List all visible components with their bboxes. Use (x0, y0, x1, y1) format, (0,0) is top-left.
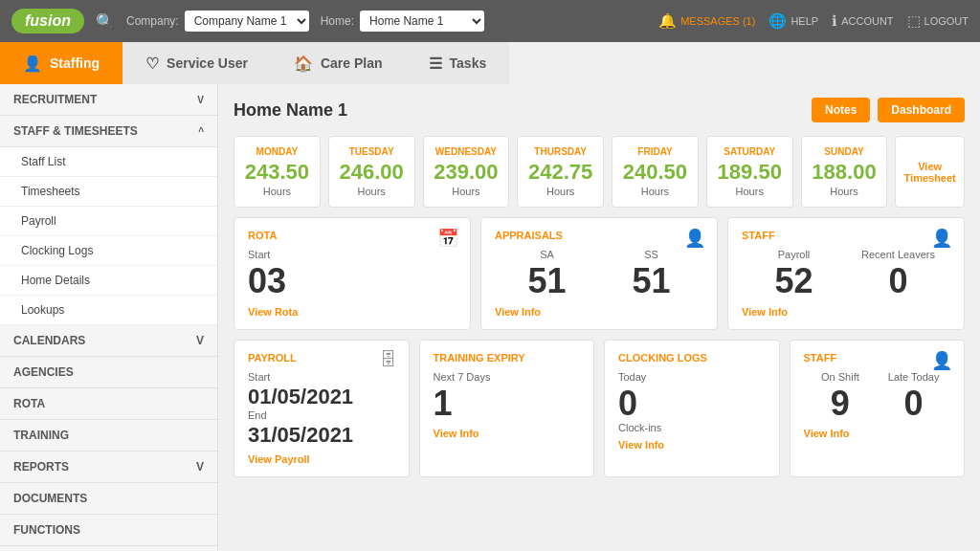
day-wednesday: WEDNESDAY 239.00 Hours (423, 136, 510, 208)
recruitment-arrow: v (197, 95, 204, 105)
staff1-icon: 👤 (931, 228, 952, 249)
staff1-leavers-label: Recent Leavers (846, 249, 950, 260)
tab-staffing[interactable]: 👤 Staffing (0, 42, 122, 84)
sidebar-item-lookups[interactable]: Lookups (0, 296, 217, 325)
clocking-logs-value: 0 (618, 385, 766, 423)
staff1-payroll-label: Payroll (742, 249, 846, 260)
account-icon: ℹ (832, 12, 837, 30)
payroll-end-value: 31/05/2021 (248, 423, 395, 448)
staffing-icon: 👤 (23, 55, 42, 73)
sidebar-item-payroll[interactable]: Payroll (0, 207, 217, 236)
thursday-value: 242.75 (525, 161, 595, 184)
payroll-icon: 🗄 (380, 350, 397, 370)
tab-care-plan[interactable]: 🏠 Care Plan (271, 42, 406, 84)
company-select[interactable]: Company Name 1 (185, 11, 309, 32)
staff2-latetoday-label: Late Today (877, 371, 950, 383)
staff2-title: STAFF (804, 352, 951, 364)
sidebar-item-documents[interactable]: DOCUMENTS (0, 483, 217, 515)
sidebar-item-functions[interactable]: FUNCTIONS (0, 515, 217, 546)
widgets-row-2: PAYROLL 🗄 Start 01/05/2021 End 31/05/202… (234, 340, 965, 477)
tab-care-plan-label: Care Plan (321, 55, 383, 71)
appraisals-col-ss: SS 51 (599, 249, 703, 300)
tab-tasks-label: Tasks (450, 55, 487, 71)
appraisals-cols: SA 51 SS 51 (495, 249, 703, 300)
tab-tasks[interactable]: ☰ Tasks (406, 42, 510, 84)
main-layout: RECRUITMENT v STAFF & TIMESHEETS ^ Staff… (0, 84, 980, 551)
staff2-view-link[interactable]: View Info (804, 428, 951, 439)
bell-icon: 🔔 (658, 12, 677, 30)
staff2-onshift-value: 9 (804, 385, 878, 423)
main-content: Home Name 1 Notes Dashboard MONDAY 243.5… (218, 84, 980, 551)
tuesday-unit: Hours (337, 186, 407, 197)
sidebar-item-calendars[interactable]: CALENDARS v (0, 325, 217, 357)
sidebar-item-reports[interactable]: REPORTS v (0, 452, 217, 483)
staff-timesheets-label: STAFF & TIMESHEETS (13, 124, 138, 138)
training-expiry-view-link[interactable]: View Info (434, 428, 581, 439)
staff2-col-latetoday: Late Today 0 (877, 371, 950, 423)
day-friday: FRIDAY 240.50 Hours (612, 136, 699, 208)
view-timesheet-card[interactable]: View Timesheet (895, 136, 965, 208)
notes-button[interactable]: Notes (812, 98, 870, 122)
rota-icon: 📅 (437, 228, 458, 249)
staff1-view-link[interactable]: View Info (742, 306, 950, 318)
saturday-unit: Hours (715, 186, 785, 197)
logout-button[interactable]: ⬚ LOGOUT (907, 12, 969, 30)
view-timesheet-link[interactable]: View Timesheet (903, 161, 956, 184)
functions-label: FUNCTIONS (13, 523, 80, 537)
dashboard-button[interactable]: Dashboard (878, 98, 965, 122)
messages-button[interactable]: 🔔 MESSAGES (1) (658, 12, 755, 30)
sidebar-item-clocking-logs[interactable]: Clocking Logs (0, 236, 217, 266)
appraisals-icon: 👤 (684, 228, 705, 249)
appraisals-view-link[interactable]: View Info (495, 306, 703, 318)
search-icon[interactable]: 🔍 (96, 12, 115, 31)
logout-label: LOGOUT (924, 15, 969, 27)
home-select[interactable]: Home Name 1 (360, 11, 484, 32)
friday-label: FRIDAY (620, 146, 690, 157)
sidebar-item-rota[interactable]: ROTA (0, 388, 217, 420)
account-button[interactable]: ℹ ACCOUNT (832, 12, 893, 30)
widget-rota: ROTA 📅 Start 03 View Rota (234, 217, 471, 330)
thursday-label: THURSDAY (525, 146, 595, 157)
payroll-view-link[interactable]: View Payroll (248, 453, 395, 465)
sidebar-item-agencies[interactable]: AGENCIES (0, 357, 217, 388)
sidebar-item-training[interactable]: TRAINING (0, 420, 217, 452)
staff1-title: STAFF (742, 230, 950, 241)
staff2-latetoday-value: 0 (877, 385, 950, 423)
company-field-group: Company: Company Name 1 (126, 11, 309, 32)
sidebar-item-timesheets[interactable]: Timesheets (0, 177, 217, 207)
tasks-icon: ☰ (429, 55, 442, 73)
sidebar-item-staff-timesheets[interactable]: STAFF & TIMESHEETS ^ (0, 116, 217, 147)
help-button[interactable]: 🌐 HELP (768, 12, 818, 30)
logo: fusion (11, 9, 84, 33)
sidebar-item-staff-list[interactable]: Staff List (0, 147, 217, 177)
staff2-cols: On Shift 9 Late Today 0 (804, 371, 951, 423)
widget-staff2: STAFF 👤 On Shift 9 Late Today 0 View Inf… (790, 340, 966, 477)
appraisals-col-sa: SA 51 (495, 249, 599, 300)
tab-service-user[interactable]: ♡ Service User (122, 42, 271, 84)
payroll-start-value: 01/05/2021 (248, 385, 395, 409)
nav-actions: 🔔 MESSAGES (1) 🌐 HELP ℹ ACCOUNT ⬚ LOGOUT (658, 12, 969, 30)
header-buttons: Notes Dashboard (812, 98, 965, 122)
staff2-onshift-label: On Shift (804, 371, 878, 383)
sub-nav: 👤 Staffing ♡ Service User 🏠 Care Plan ☰ … (0, 42, 980, 84)
sidebar-item-recruitment[interactable]: RECRUITMENT v (0, 84, 217, 116)
friday-unit: Hours (620, 186, 690, 197)
tuesday-label: TUESDAY (337, 146, 407, 157)
training-expiry-title: TRAINING EXPIRY (434, 352, 581, 364)
tuesday-value: 246.00 (337, 161, 407, 184)
widget-staff1: STAFF 👤 Payroll 52 Recent Leavers 0 View… (727, 217, 965, 330)
tab-service-user-label: Service User (167, 55, 248, 71)
payroll-start-label: Start (248, 371, 395, 383)
clocking-logs-view-link[interactable]: View Info (618, 439, 766, 451)
appraisals-sa-value: 51 (495, 262, 599, 300)
sidebar: RECRUITMENT v STAFF & TIMESHEETS ^ Staff… (0, 84, 218, 551)
wednesday-label: WEDNESDAY (432, 146, 501, 157)
sidebar-item-diary-notes[interactable]: DIARY / NOTES (0, 546, 217, 551)
staff2-col-onshift: On Shift 9 (804, 371, 878, 423)
staff1-col-payroll: Payroll 52 (742, 249, 846, 300)
staff2-icon: 👤 (931, 350, 952, 371)
rota-view-link[interactable]: View Rota (248, 306, 457, 318)
rota-sub: Start (248, 249, 457, 260)
monday-unit: Hours (242, 186, 312, 197)
sidebar-item-home-details[interactable]: Home Details (0, 266, 217, 296)
